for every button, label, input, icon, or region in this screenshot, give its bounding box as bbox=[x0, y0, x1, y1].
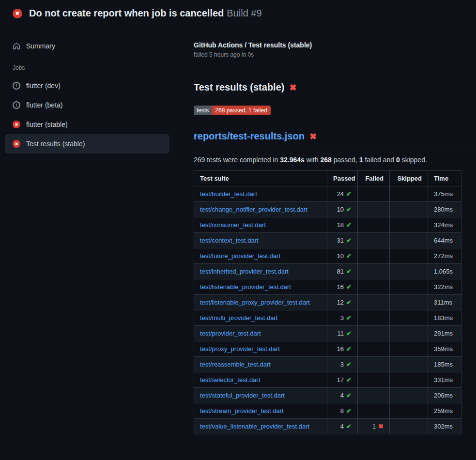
suite-link[interactable]: test/context_test.dart bbox=[200, 237, 259, 244]
time-cell: 302ms bbox=[428, 419, 461, 434]
passed-count: 18 bbox=[337, 221, 344, 229]
badge-value: 268 passed, 1 failed bbox=[212, 106, 270, 115]
failed-cell bbox=[358, 295, 390, 310]
skipped-cell bbox=[390, 388, 428, 403]
passed-count: 16 bbox=[337, 283, 344, 291]
sidebar-item-job[interactable]: !flutter (dev) bbox=[5, 76, 169, 95]
suite-link[interactable]: test/change_notifier_provider_test.dart bbox=[200, 206, 307, 213]
skipped-cell bbox=[390, 217, 428, 233]
suite-link[interactable]: test/consumer_test.dart bbox=[200, 221, 266, 229]
passed-cell: 8✔ bbox=[327, 403, 358, 419]
sidebar-item-job[interactable]: ✖Test results (stable) bbox=[5, 134, 169, 153]
summary-text: skipped. bbox=[400, 156, 427, 164]
passed-count: 10 bbox=[337, 206, 344, 213]
failed-cell bbox=[358, 388, 390, 403]
sidebar-item-job[interactable]: !flutter (beta) bbox=[5, 95, 169, 115]
sidebar-item-label: Summary bbox=[26, 42, 55, 50]
report-link[interactable]: reports/test-results.json bbox=[194, 131, 305, 142]
table-row: test/listenable_proxy_provider_test.dart… bbox=[194, 295, 461, 310]
passed-cell: 10✔ bbox=[327, 202, 358, 217]
failed-cell bbox=[358, 326, 390, 341]
check-icon: ✔ bbox=[346, 299, 352, 306]
check-icon: ✔ bbox=[346, 190, 352, 198]
suite-cell: test/change_notifier_provider_test.dart bbox=[194, 202, 327, 217]
time-cell: 322ms bbox=[428, 279, 461, 295]
table-row: test/stream_provider_test.dart8✔259ms bbox=[194, 403, 461, 419]
passed-cell: 31✔ bbox=[327, 233, 358, 248]
skipped-cell bbox=[390, 264, 428, 279]
check-icon: ✔ bbox=[346, 330, 352, 337]
time-cell: 183ms bbox=[428, 310, 461, 326]
skipped-cell bbox=[390, 279, 428, 295]
table-row: test/inherited_provider_test.dart81✔1.06… bbox=[194, 264, 461, 279]
table-row: test/reassemble_test.dart3✔185ms bbox=[194, 357, 461, 372]
suite-link[interactable]: test/builder_test.dart bbox=[200, 190, 257, 198]
failed-cell bbox=[358, 233, 390, 248]
breadcrumb: GitHub Actions / Test results (stable) bbox=[194, 41, 476, 49]
suite-cell: test/builder_test.dart bbox=[194, 186, 327, 202]
failed-cell bbox=[358, 341, 390, 357]
x-circle-icon: ✖ bbox=[13, 140, 20, 148]
suite-link[interactable]: test/provider_test.dart bbox=[200, 330, 261, 337]
check-icon: ✔ bbox=[346, 423, 352, 430]
passed-cell: 18✔ bbox=[327, 217, 358, 233]
check-icon: ✔ bbox=[346, 392, 352, 399]
main-layout: Summary Jobs !flutter (dev)!flutter (bet… bbox=[0, 24, 476, 434]
suite-cell: test/proxy_provider_test.dart bbox=[194, 341, 327, 357]
time-cell: 259ms bbox=[428, 403, 461, 419]
passed-count: 16 bbox=[337, 345, 344, 353]
suite-link[interactable]: test/inherited_provider_test.dart bbox=[200, 268, 289, 275]
passed-count: 4 bbox=[340, 423, 344, 430]
check-icon: ✔ bbox=[346, 314, 352, 322]
passed-cell: 24✔ bbox=[327, 186, 358, 202]
suite-link[interactable]: test/selector_test.dart bbox=[200, 376, 260, 383]
time-cell: 185ms bbox=[428, 357, 461, 372]
check-icon: ✔ bbox=[346, 376, 352, 383]
suite-link[interactable]: test/listenable_provider_test.dart bbox=[200, 283, 291, 291]
skipped-cell bbox=[390, 310, 428, 326]
skipped-cell bbox=[390, 326, 428, 341]
skipped-cell bbox=[390, 341, 428, 357]
suite-link[interactable]: test/stateful_provider_test.dart bbox=[200, 392, 285, 399]
summary-text: failed and bbox=[363, 156, 397, 164]
check-icon: ✔ bbox=[346, 221, 352, 229]
sidebar-item-summary[interactable]: Summary bbox=[5, 36, 169, 56]
column-header: Passed bbox=[327, 171, 358, 186]
check-icon: ✔ bbox=[346, 206, 352, 213]
failed-status-icon: ✖ bbox=[13, 9, 22, 18]
suite-link[interactable]: test/multi_provider_test.dart bbox=[200, 314, 277, 322]
table-row: test/builder_test.dart24✔375ms bbox=[194, 186, 461, 202]
suite-link[interactable]: test/proxy_provider_test.dart bbox=[200, 345, 280, 353]
summary-bold-value: 268 bbox=[321, 156, 332, 164]
passed-cell: 16✔ bbox=[327, 341, 358, 357]
passed-count: 11 bbox=[338, 330, 344, 337]
x-icon: ✖ bbox=[378, 423, 384, 430]
suite-cell: test/consumer_test.dart bbox=[194, 217, 327, 233]
tests-badge: tests 268 passed, 1 failed bbox=[194, 106, 271, 115]
time-cell: 1.065s bbox=[428, 264, 461, 279]
suite-cell: test/inherited_provider_test.dart bbox=[194, 264, 327, 279]
sidebar: Summary Jobs !flutter (dev)!flutter (bet… bbox=[0, 24, 169, 153]
suite-link[interactable]: test/future_provider_test.dart bbox=[200, 252, 280, 260]
suite-link[interactable]: test/listenable_proxy_provider_test.dart bbox=[200, 299, 310, 306]
check-icon: ✔ bbox=[346, 345, 352, 353]
sidebar-item-job[interactable]: ✖flutter (stable) bbox=[5, 115, 169, 134]
failed-cell bbox=[358, 357, 390, 372]
suite-link[interactable]: test/value_listenable_provider_test.dart bbox=[200, 423, 309, 430]
suite-link[interactable]: test/stream_provider_test.dart bbox=[200, 407, 284, 414]
table-row: test/listenable_provider_test.dart16✔322… bbox=[194, 279, 461, 295]
passed-cell: 11✔ bbox=[327, 326, 358, 341]
suite-cell: test/provider_test.dart bbox=[194, 326, 327, 341]
suite-cell: test/stateful_provider_test.dart bbox=[194, 388, 327, 403]
sidebar-item-label: Test results (stable) bbox=[26, 140, 85, 148]
table-row: test/proxy_provider_test.dart16✔359ms bbox=[194, 341, 461, 357]
home-icon bbox=[13, 42, 20, 50]
table-row: test/stateful_provider_test.dart4✔206ms bbox=[194, 388, 461, 403]
suite-cell: test/context_test.dart bbox=[194, 233, 327, 248]
table-row: test/multi_provider_test.dart3✔183ms bbox=[194, 310, 461, 326]
skipped-cell bbox=[390, 233, 428, 248]
failed-count: 1 bbox=[372, 423, 376, 430]
suite-link[interactable]: test/reassemble_test.dart bbox=[200, 361, 271, 368]
time-cell: 331ms bbox=[428, 372, 461, 388]
run-subtitle: failed 5 hours ago in 0s bbox=[194, 51, 476, 58]
